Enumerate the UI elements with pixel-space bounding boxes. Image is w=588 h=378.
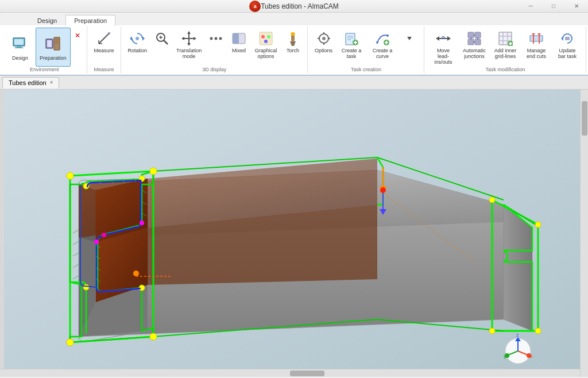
ribbon-toolbar: Design Preparation [0,25,588,76]
env-close-button[interactable]: ✕ [72,30,83,41]
svg-point-16 [136,37,139,40]
svg-point-113 [94,240,99,244]
svg-rect-78 [530,36,543,41]
translation-label: Translation mode [176,48,202,59]
translation-button[interactable]: Translation mode [174,28,204,67]
zoom-button[interactable] [151,28,173,67]
svg-text:x: x [530,353,533,359]
tab-preparation[interactable]: Preparation [65,15,115,26]
more-button[interactable] [205,28,227,67]
svg-text:z: z [516,332,519,338]
svg-point-114 [102,233,106,237]
svg-point-27 [210,37,213,40]
svg-rect-1 [14,39,24,45]
rotation-button[interactable]: Rotation [125,28,150,67]
close-button[interactable]: ✕ [565,0,588,12]
options-button[interactable]: Options [312,28,335,67]
taskcreation-buttons: Options Create a task [312,28,420,67]
doc-tab-tubesedition[interactable]: Tubes edition × [2,77,59,88]
task-more-button[interactable] [399,28,420,67]
svg-line-18 [164,40,168,44]
scene-svg: x y z [0,90,588,377]
ribbon-group-measure: Measure Measure [88,26,121,74]
svg-marker-25 [181,37,184,40]
doc-tab-bar: Tubes edition × [0,76,588,90]
main-viewport[interactable]: x y z [0,90,588,377]
svg-point-103 [150,333,157,340]
ribbon-group-environment: Design Preparation [2,26,87,74]
svg-text:y: y [504,353,506,359]
torch-button[interactable]: Torch [282,28,304,67]
scrollbar-horizontal[interactable] [0,369,580,377]
svg-marker-60 [447,36,451,41]
design-label: Design [12,55,28,61]
svg-rect-63 [475,32,481,38]
measure-icon [96,30,112,47]
create-curve-label: Create a curve [370,48,394,59]
app-logo: a [249,1,261,12]
minimize-button[interactable]: ─ [519,0,542,12]
svg-point-149 [133,271,139,276]
svg-point-112 [140,221,144,225]
svg-point-33 [261,35,265,38]
mixed-button[interactable]: Mixed [228,28,250,67]
mixed-label: Mixed [232,48,246,53]
scrollbar-vertical[interactable] [580,90,588,377]
svg-point-53 [376,41,378,44]
ribbon-group-taskcreation: Options Create a task [308,26,424,74]
svg-rect-84 [565,37,570,40]
svg-marker-26 [194,37,196,40]
addinner-icon [497,30,513,47]
create-task-button[interactable]: Create a task [336,28,366,67]
manageends-button[interactable]: Manage end cuts [521,28,551,67]
mixed-icon [231,30,247,47]
manageends-label: Manage end cuts [524,48,548,59]
svg-point-13 [108,32,110,34]
preparation-icon [42,33,63,54]
svg-point-107 [535,328,541,334]
svg-point-100 [67,172,74,179]
svg-marker-83 [561,36,563,41]
taskmodification-label: Task modification [428,67,582,74]
moveleads-icon [435,30,451,47]
updatebar-button[interactable]: Update bar task [552,28,582,67]
svg-rect-31 [233,33,239,44]
svg-point-106 [489,328,495,334]
svg-point-29 [219,37,222,40]
svg-marker-58 [407,37,412,40]
measure-button[interactable]: Measure [91,28,117,67]
svg-point-35 [264,40,268,43]
updatebar-icon [559,30,575,47]
more-icon [208,30,224,47]
maximize-button[interactable]: □ [542,0,565,12]
scrollbar-thumb-h[interactable] [290,371,324,376]
graphical-button[interactable]: Graphical options [251,28,281,67]
moveleads-button[interactable]: Move lead-ins/outs [428,28,458,67]
tab-design[interactable]: Design [29,15,65,26]
create-curve-button[interactable]: Create a curve [368,28,397,67]
svg-point-101 [150,168,157,175]
addinner-label: Add inner grid-lines [493,48,517,59]
rotation-label: Rotation [128,48,148,53]
environment-label: Environment [6,67,83,74]
svg-marker-37 [290,41,296,46]
svg-point-121 [380,187,386,193]
title-bar: a Tubes edition - AlmaCAM ─ □ ✕ [0,0,588,13]
autojunctions-button[interactable]: Automatic junctions [459,28,489,67]
svg-point-54 [386,34,389,37]
svg-marker-14 [142,36,145,41]
addinner-button[interactable]: Add inner grid-lines [490,28,520,67]
svg-rect-3 [15,47,23,48]
manageends-icon [528,30,544,47]
preparation-label: Preparation [40,55,67,61]
taskmodification-buttons: Move lead-ins/outs Automati [428,28,582,67]
cross-icon: ✕ [75,32,80,40]
zoom-icon [154,30,170,47]
scrollbar-thumb-v[interactable] [582,101,587,136]
svg-marker-24 [187,43,191,46]
design-button[interactable]: Design [6,28,34,67]
preparation-button[interactable]: Preparation [36,28,71,67]
doc-tab-close[interactable]: × [50,80,53,86]
svg-point-28 [215,37,218,40]
environment-buttons: Design Preparation [6,28,83,67]
